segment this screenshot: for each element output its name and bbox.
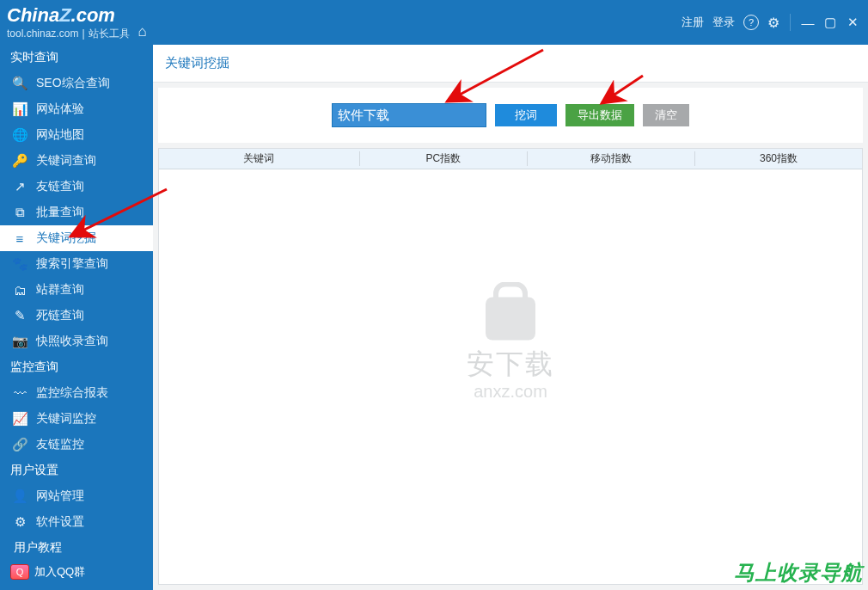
keyword-monitor-icon: 📈	[12, 411, 28, 427]
sidebar-item-keyword-query[interactable]: 🔑关键词查询	[0, 148, 153, 174]
sidebar-item-keyword-mining[interactable]: ≡关键词挖掘	[0, 225, 153, 251]
sidebar-item-site-experience[interactable]: 📊网站体验	[0, 96, 153, 122]
col-pc-index[interactable]: PC指数	[360, 151, 528, 166]
sidebar-item-label: 监控综合报表	[36, 385, 108, 401]
deadlink-query-icon: ✎	[12, 308, 28, 323]
sidebar-item-label: 软件设置	[36, 514, 84, 530]
watermark: 安下载 anxz.com	[467, 297, 554, 401]
lock-icon	[486, 297, 535, 340]
sidebar-item-label: 网站地图	[36, 127, 84, 143]
sidebar-item-friendlink-monitor[interactable]: 🔗友链监控	[0, 432, 153, 458]
sidebar-item-label: 关键词监控	[36, 411, 96, 427]
col-mobile-index[interactable]: 移动指数	[528, 151, 695, 166]
sidebar-item-batch-query[interactable]: ⧉批量查询	[0, 200, 153, 225]
sidebar-item-sitemap[interactable]: 🌐网站地图	[0, 122, 153, 148]
join-qq-group[interactable]: Q 加入QQ群	[10, 564, 143, 580]
software-settings-icon: ⚙	[12, 514, 28, 530]
titlebar-right: 注册 登录 ? ⚙ — ▢ ✕	[682, 14, 859, 31]
sidebar-item-site-manage[interactable]: 👤网站管理	[0, 483, 153, 509]
minimize-button[interactable]: —	[801, 15, 815, 30]
search-button[interactable]: 挖词	[495, 104, 557, 126]
monitor-report-icon: 〰	[12, 386, 28, 401]
sidebar-item-keyword-monitor[interactable]: 📈关键词监控	[0, 406, 153, 432]
sidebar-item-label: 网站体验	[36, 101, 84, 117]
login-link[interactable]: 登录	[712, 15, 735, 30]
sidebar-item-label: 友链查询	[36, 179, 84, 194]
sidebar-item-label: 死链查询	[36, 308, 84, 323]
batch-query-icon: ⧉	[12, 205, 28, 220]
sidebar-item-label: 批量查询	[36, 205, 84, 220]
clear-button[interactable]: 清空	[643, 104, 689, 126]
keyword-query-icon: 🔑	[12, 153, 28, 169]
sidebar: 实时查询 🔍SEO综合查询📊网站体验🌐网站地图🔑关键词查询↗友链查询⧉批量查询≡…	[0, 45, 153, 590]
export-button[interactable]: 导出数据	[565, 104, 634, 126]
logo: ChinaZ.com tool.chinaz.com|站长工具	[7, 5, 130, 39]
main: 关键词挖掘 挖词 导出数据 清空 关键词 PC指数 移动指数 360指数 安下载…	[153, 45, 868, 590]
toolbar: 挖词 导出数据 清空	[158, 88, 863, 143]
page-title: 关键词挖掘	[153, 45, 868, 83]
logo-sub: tool.chinaz.com|站长工具	[7, 28, 130, 40]
sidebar-item-monitor-report[interactable]: 〰监控综合报表	[0, 380, 153, 406]
titlebar: ChinaZ.com tool.chinaz.com|站长工具 ⌂ 注册 登录 …	[0, 0, 868, 45]
register-link[interactable]: 注册	[682, 15, 704, 30]
sidebar-item-label: SEO综合查询	[36, 76, 110, 91]
close-button[interactable]: ✕	[846, 15, 859, 30]
keyword-mining-icon: ≡	[12, 231, 28, 246]
footer-note: 马上收录导航	[734, 559, 863, 587]
sidebar-item-search-engine-query[interactable]: 🐾搜索引擎查询	[0, 251, 153, 277]
sidebar-item-label: 站群查询	[36, 282, 84, 298]
sidebar-item-label: 关键词查询	[36, 153, 96, 169]
sidebar-item-label: 友链监控	[36, 437, 84, 452]
search-engine-query-icon: 🐾	[12, 256, 28, 272]
user-tutorial[interactable]: 用户教程	[0, 535, 153, 561]
snapshot-index-icon: 📷	[12, 334, 28, 349]
col-360-index[interactable]: 360指数	[695, 151, 862, 166]
sitemap-icon: 🌐	[12, 127, 28, 143]
help-icon[interactable]: ?	[743, 15, 759, 30]
sidebar-item-deadlink-query[interactable]: ✎死链查询	[0, 303, 153, 329]
logo-brand: ChinaZ.com	[7, 5, 130, 26]
qq-icon: Q	[10, 564, 29, 580]
friendlink-query-icon: ↗	[12, 179, 28, 194]
col-keyword[interactable]: 关键词	[159, 151, 360, 166]
sidebar-item-sitegroup-query[interactable]: 🗂站群查询	[0, 277, 153, 303]
keyword-input[interactable]	[332, 103, 486, 127]
group-monitor-title: 监控查询	[0, 354, 153, 380]
group-user-title: 用户设置	[0, 458, 153, 483]
sidebar-item-label: 关键词挖掘	[36, 230, 96, 246]
seo-combined-icon: 🔍	[12, 76, 28, 91]
results-table: 关键词 PC指数 移动指数 360指数 安下载 anxz.com	[158, 148, 863, 585]
settings-icon[interactable]: ⚙	[767, 15, 779, 31]
sidebar-item-label: 搜索引擎查询	[36, 256, 108, 272]
sidebar-item-label: 网站管理	[36, 489, 84, 504]
home-icon[interactable]: ⌂	[138, 23, 147, 40]
sidebar-item-snapshot-index[interactable]: 📷快照收录查询	[0, 329, 153, 354]
group-realtime-title: 实时查询	[0, 45, 153, 71]
sitegroup-query-icon: 🗂	[12, 283, 28, 298]
maximize-button[interactable]: ▢	[823, 15, 837, 30]
sidebar-item-software-settings[interactable]: ⚙软件设置	[0, 509, 153, 535]
site-experience-icon: 📊	[12, 101, 28, 117]
sidebar-item-friendlink-query[interactable]: ↗友链查询	[0, 174, 153, 200]
friendlink-monitor-icon: 🔗	[12, 437, 28, 452]
sidebar-item-label: 快照收录查询	[36, 334, 108, 349]
table-header: 关键词 PC指数 移动指数 360指数	[159, 149, 862, 169]
site-manage-icon: 👤	[12, 489, 28, 504]
sidebar-item-seo-combined[interactable]: 🔍SEO综合查询	[0, 71, 153, 96]
